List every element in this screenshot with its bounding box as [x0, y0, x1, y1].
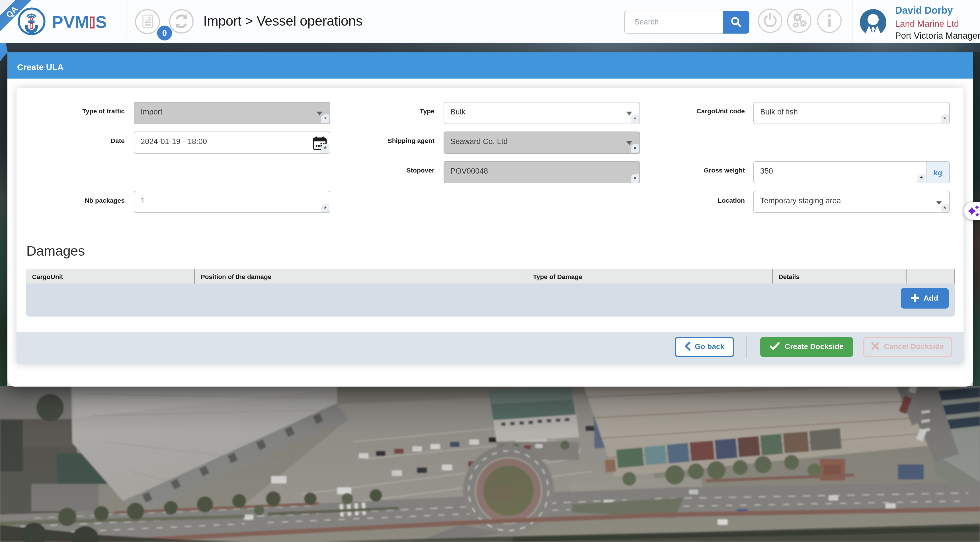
svg-text:0: 0: [162, 28, 167, 37]
